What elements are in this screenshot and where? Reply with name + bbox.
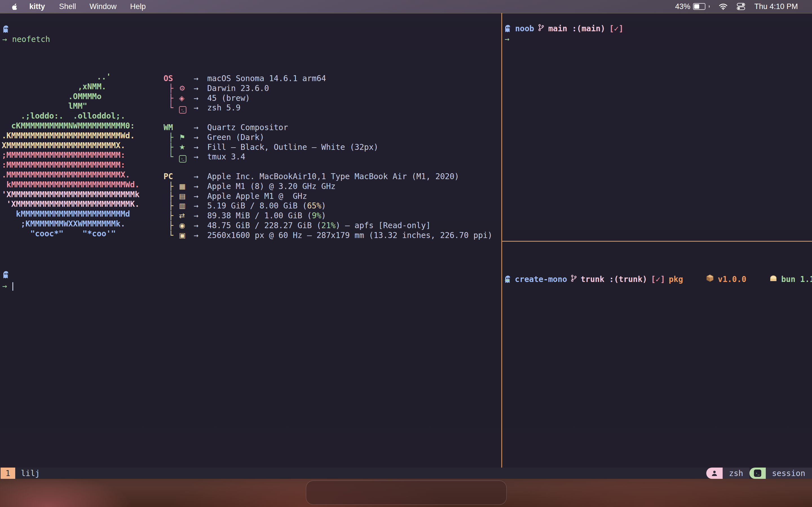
info-arrow: →: [194, 94, 207, 103]
control-center-menu[interactable]: [732, 0, 750, 13]
ascii-art-line: kMMMMMMMMMMMMMMMMMMMMMMMMWd.: [2, 180, 140, 190]
ascii-art-line: :MMMMMMMMMMMMMMMMMMMMMMMM:: [2, 160, 140, 170]
ascii-art-line: 'XMMMMMMMMMMMMMMMMMMMMMMMMK.: [2, 200, 140, 209]
tree-branch: ├: [163, 133, 179, 143]
info-arrow: →: [194, 123, 207, 133]
info-arrow: →: [194, 83, 207, 94]
info-row: └›_→zsh 5.9: [163, 103, 492, 113]
battery-status[interactable]: 43%: [670, 0, 714, 13]
ascii-art-line: .OMMMMo: [2, 92, 140, 102]
info-arrow: →: [194, 74, 207, 83]
host-name: create-mono: [515, 275, 567, 284]
menu-window[interactable]: Window: [83, 0, 123, 13]
ghost-icon: [505, 25, 511, 33]
right-top-input-line[interactable]: →: [505, 34, 509, 44]
info-arrow: →: [194, 152, 207, 162]
command-text: neofetch: [12, 34, 50, 44]
info-value: Darwin 23.6.0: [207, 83, 269, 94]
swap-icon: ⇄: [179, 211, 194, 221]
info-value: 48.75 GiB / 228.27 GiB (21%) – apfs [Rea…: [207, 221, 430, 231]
session-label: session: [766, 467, 812, 479]
info-arrow: →: [194, 103, 207, 113]
info-section-wm: WM→Quartz Compositor├⚑→Green (Dark)├★→Fi…: [163, 123, 492, 162]
git-branch-icon: [571, 275, 577, 284]
wifi-menu[interactable]: [714, 0, 732, 13]
info-arrow: →: [194, 221, 207, 231]
tree-branch: ├: [163, 182, 179, 191]
package-icon: ◈: [179, 94, 194, 103]
tmux-vertical-pane-divider[interactable]: [501, 13, 502, 467]
command-line: → neofetch: [2, 34, 50, 44]
neofetch-apple-ascii-logo: ..' ,xNMM. .OMMMMo lMM" .;loddo:. .ollod…: [2, 72, 140, 239]
ascii-art-line: cKMMMMMMMMMMNWMMMMMMMMMM0:: [2, 121, 140, 131]
info-value: 89.38 MiB / 1.00 GiB (9%): [207, 211, 326, 221]
ascii-art-line: .;loddo:. .olloddol;.: [2, 111, 140, 121]
tree-branch: └: [163, 231, 179, 240]
bread-emoji-icon: [750, 265, 777, 293]
info-arrow: →: [194, 143, 207, 152]
info-row: └▣→2560x1600 px @ 60 Hz – 287x179 mm (13…: [163, 231, 492, 240]
info-arrow: →: [194, 191, 207, 202]
info-value: Apple Apple M1 @ GHz: [207, 191, 307, 202]
terminal-icon: ›_: [749, 467, 766, 479]
shell-icon: ›_: [179, 103, 194, 114]
left-pane-prompt-2: [3, 271, 9, 279]
terminal-icon: ›_: [179, 152, 194, 163]
left-pane-prompt-1: [3, 25, 9, 33]
info-row: ├◉→48.75 GiB / 228.27 GiB (21%) – apfs […: [163, 221, 492, 231]
info-value: 2560x1600 px @ 60 Hz – 287x179 mm (13.32…: [207, 231, 492, 240]
disk-icon: ◉: [179, 221, 194, 231]
left-pane-input-line[interactable]: →: [2, 281, 7, 291]
clock[interactable]: Thu 4:10 PM: [750, 0, 802, 13]
runtime-version: bun 1.1: [781, 275, 812, 284]
info-value: Apple M1 (8) @ 3.20 GHz GHz: [207, 182, 336, 191]
ghost-icon: [3, 271, 9, 279]
git-branch-label: trunk :(trunk): [580, 275, 647, 284]
prompt-arrow: →: [2, 34, 7, 44]
ascii-art-line: ,xNMM.: [2, 82, 140, 92]
tmux-session-chip: ›_ session: [749, 467, 812, 479]
apple-menu[interactable]: [0, 3, 22, 10]
desktop: { "menu_bar": { "apple_icon": "apple-log…: [0, 0, 812, 507]
tmux-horizontal-pane-divider[interactable]: [502, 241, 812, 242]
menu-bar: kitty Shell Window Help 43%: [0, 0, 812, 13]
tree-branch: ├: [163, 143, 179, 152]
gear-icon: ⚙: [179, 83, 194, 94]
tmux-status-bar: 1 lilj zsh ›_ session: [0, 467, 812, 479]
menu-shell[interactable]: Shell: [52, 0, 83, 13]
prompt-arrow: →: [505, 275, 509, 285]
control-center-icon: [737, 3, 745, 10]
info-row: ├⇄→89.38 MiB / 1.00 GiB (9%): [163, 211, 492, 221]
ascii-art-line: .KMMMMMMMMMMMMMMMMMMMMMMMWd.: [2, 131, 140, 141]
dock: [306, 481, 507, 505]
info-row: ├▦→Apple M1 (8) @ 3.20 GHz GHz: [163, 182, 492, 191]
tmux-window-index-badge[interactable]: 1: [1, 467, 15, 479]
tree-branch: ├: [163, 83, 179, 94]
tree-branch: ├: [163, 191, 179, 202]
ghost-icon: [3, 25, 9, 33]
menu-app-name[interactable]: kitty: [22, 0, 52, 13]
ascii-art-line: .MMMMMMMMMMMMMMMMMMMMMMMMX.: [2, 170, 140, 180]
tmux-shell-chip: zsh: [706, 467, 749, 479]
neofetch-info-block: OS→macOS Sonoma 14.6.1 arm64├⚙→Darwin 23…: [163, 74, 492, 250]
ascii-art-line: ;MMMMMMMMMMMMMMMMMMMMMMMM:: [2, 151, 140, 160]
tmux-window-name[interactable]: lilj: [21, 469, 40, 478]
ascii-art-line: kMMMMMMMMMMMMMMMMMMMMMMd: [2, 209, 140, 219]
right-bottom-input-line[interactable]: →: [505, 275, 509, 285]
info-row: WM→Quartz Compositor: [163, 123, 492, 133]
package-emoji-icon: [687, 265, 714, 294]
tree-branch: ├: [163, 94, 179, 103]
text-cursor: [12, 282, 13, 291]
info-row: ├⚑→Green (Dark): [163, 133, 492, 143]
ghost-icon: [505, 25, 511, 33]
tree-branch: ├: [163, 211, 179, 221]
info-arrow: →: [194, 231, 207, 240]
info-arrow: →: [194, 172, 207, 182]
info-section-pc: PC→Apple Inc. MacBookAir10,1 Type MacBoo…: [163, 172, 492, 240]
menu-help[interactable]: Help: [123, 0, 153, 13]
ascii-art-line: lMM": [2, 101, 140, 111]
git-status-check: [✓]: [651, 275, 665, 284]
info-row: ├★→Fill – Black, Outline – White (32px): [163, 143, 492, 152]
info-value: Green (Dark): [207, 133, 264, 143]
info-arrow: →: [194, 211, 207, 221]
